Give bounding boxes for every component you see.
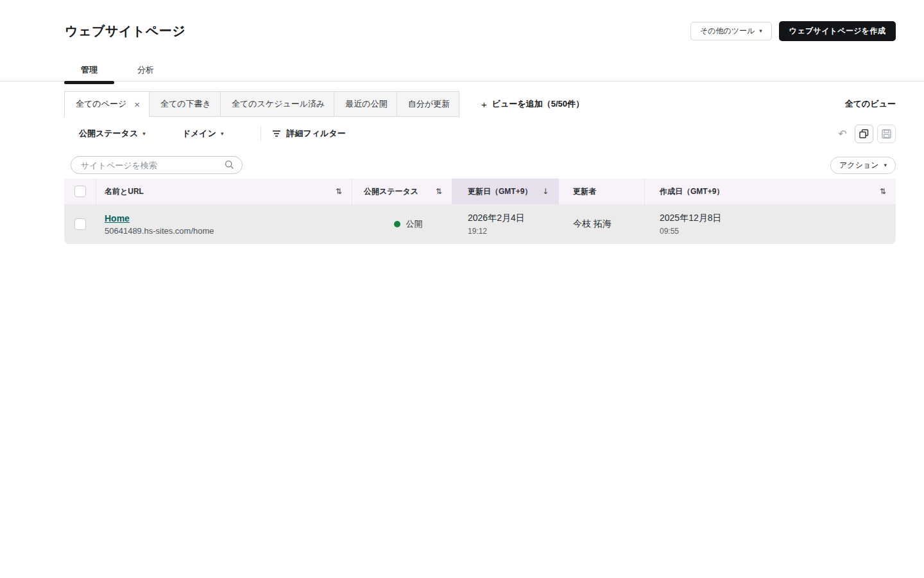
plus-icon: + xyxy=(481,99,487,110)
more-tools-button[interactable]: その他のツール ▾ xyxy=(690,22,772,40)
advanced-filters-button[interactable]: 詳細フィルター xyxy=(272,128,346,139)
view-tab-label: 最近の公開 xyxy=(345,98,387,110)
website-pages-page: ウェブサイトページ その他のツール ▾ ウェブサイトページを作成 管理 分析 全… xyxy=(0,0,924,578)
filter-row: 公開ステータス ▾ ドメイン ▾ 詳細フィルター ↶ xyxy=(64,121,896,146)
search-input[interactable] xyxy=(71,156,243,174)
chevron-down-icon: ▾ xyxy=(221,131,224,137)
pages-table: 名前とURL ⇅ 公開ステータス ⇅ 更新日（GMT+9） ↓ 更新者 作成日（… xyxy=(64,179,896,244)
column-label: 作成日（GMT+9） xyxy=(660,186,724,197)
view-tab-label: 自分が更新 xyxy=(408,98,450,110)
created-time: 09:55 xyxy=(660,227,896,236)
created-date: 2025年12月8日 xyxy=(660,213,896,224)
view-tab-label: 全ての下書き xyxy=(160,98,211,110)
views-strip: 全てのページ × 全ての下書き 全てのスケジュール済み 最近の公開 自分が更新 … xyxy=(64,91,896,117)
main-tabs: 管理 分析 xyxy=(64,59,171,81)
copy-icon xyxy=(859,129,869,139)
search-wrap xyxy=(71,156,243,174)
sort-icon[interactable]: ⇅ xyxy=(336,187,342,196)
column-header-publish-status[interactable]: 公開ステータス ⇅ xyxy=(352,179,452,204)
view-tools: ↶ xyxy=(834,125,896,143)
name-url-cell: Home 50641489.hs-sites.com/home xyxy=(96,204,352,244)
view-tab-label: 全てのページ xyxy=(76,98,126,110)
search-row: アクション ▾ xyxy=(64,156,896,174)
domain-filter[interactable]: ドメイン ▾ xyxy=(182,128,224,139)
save-view-button[interactable] xyxy=(877,125,896,143)
search-icon xyxy=(225,160,234,170)
create-website-page-button[interactable]: ウェブサイトページを作成 xyxy=(779,21,896,41)
page-name-link[interactable]: Home xyxy=(105,213,130,223)
view-tab-updated-by-me[interactable]: 自分が更新 xyxy=(397,91,459,117)
close-icon[interactable]: × xyxy=(134,100,140,109)
add-view-label: ビューを追加（5/50件） xyxy=(492,98,584,110)
sort-desc-icon[interactable]: ↓ xyxy=(542,187,549,196)
actions-button[interactable]: アクション ▾ xyxy=(830,157,896,174)
column-header-name-url[interactable]: 名前とURL ⇅ xyxy=(96,179,352,204)
undo-icon[interactable]: ↶ xyxy=(834,125,851,142)
topbar: ウェブサイトページ その他のツール ▾ ウェブサイトページを作成 xyxy=(65,21,896,41)
tab-analyze[interactable]: 分析 xyxy=(121,59,171,81)
select-all-checkbox[interactable] xyxy=(74,186,86,197)
all-views-link[interactable]: 全てのビュー xyxy=(845,91,896,117)
select-all-cell xyxy=(64,179,96,204)
filter-divider xyxy=(261,127,261,141)
updated-date: 2026年2月4日 xyxy=(468,213,559,224)
view-tab-label: 全てのスケジュール済み xyxy=(232,98,325,110)
more-tools-label: その他のツール xyxy=(700,26,755,37)
row-select-cell xyxy=(64,204,96,244)
updated-time: 19:12 xyxy=(468,227,559,236)
table-row: Home 50641489.hs-sites.com/home 公開 2026年… xyxy=(64,204,896,244)
status-badge: 公開 xyxy=(406,218,423,230)
filter-icon xyxy=(272,130,281,137)
clone-view-button[interactable] xyxy=(855,125,873,143)
page-title: ウェブサイトページ xyxy=(65,22,185,40)
table-header: 名前とURL ⇅ 公開ステータス ⇅ 更新日（GMT+9） ↓ 更新者 作成日（… xyxy=(64,179,896,204)
column-header-updater[interactable]: 更新者 xyxy=(559,179,645,204)
sort-icon[interactable]: ⇅ xyxy=(436,187,442,196)
page-url: 50641489.hs-sites.com/home xyxy=(105,226,352,236)
advanced-filters-label: 詳細フィルター xyxy=(287,128,346,139)
view-tab-all-scheduled[interactable]: 全てのスケジュール済み xyxy=(220,91,334,117)
published-status-dot-icon xyxy=(394,221,400,227)
chevron-down-icon: ▾ xyxy=(884,162,887,168)
updated-date-cell: 2026年2月4日 19:12 xyxy=(452,204,559,244)
view-tab-all-drafts[interactable]: 全ての下書き xyxy=(149,91,221,117)
column-label: 名前とURL xyxy=(105,186,144,197)
updater-cell: 今枝 拓海 xyxy=(559,204,645,244)
sort-icon[interactable]: ⇅ xyxy=(880,187,886,196)
view-tab-all-pages[interactable]: 全てのページ × xyxy=(64,91,150,117)
created-date-cell: 2025年12月8日 09:55 xyxy=(645,204,896,244)
column-header-updated[interactable]: 更新日（GMT+9） ↓ xyxy=(452,179,559,204)
publish-status-filter[interactable]: 公開ステータス ▾ xyxy=(79,128,146,139)
chevron-down-icon: ▾ xyxy=(759,28,762,34)
view-tab-recently-published[interactable]: 最近の公開 xyxy=(334,91,397,117)
column-label: 公開ステータス xyxy=(364,186,418,197)
publish-status-filter-label: 公開ステータス xyxy=(79,128,138,139)
updater-name: 今枝 拓海 xyxy=(573,218,645,230)
row-checkbox[interactable] xyxy=(74,218,86,230)
column-label: 更新者 xyxy=(573,186,596,197)
topbar-actions: その他のツール ▾ ウェブサイトページを作成 xyxy=(690,21,896,41)
tab-manage[interactable]: 管理 xyxy=(64,59,114,81)
domain-filter-label: ドメイン xyxy=(182,128,216,139)
column-header-created[interactable]: 作成日（GMT+9） ⇅ xyxy=(645,179,896,204)
chevron-down-icon: ▾ xyxy=(142,131,146,137)
actions-label: アクション xyxy=(839,160,878,171)
publish-status-cell: 公開 xyxy=(352,204,452,244)
add-view-button[interactable]: + ビューを追加（5/50件） xyxy=(481,91,584,117)
save-icon xyxy=(882,129,891,139)
column-label: 更新日（GMT+9） xyxy=(468,186,532,197)
header-divider xyxy=(0,81,924,82)
